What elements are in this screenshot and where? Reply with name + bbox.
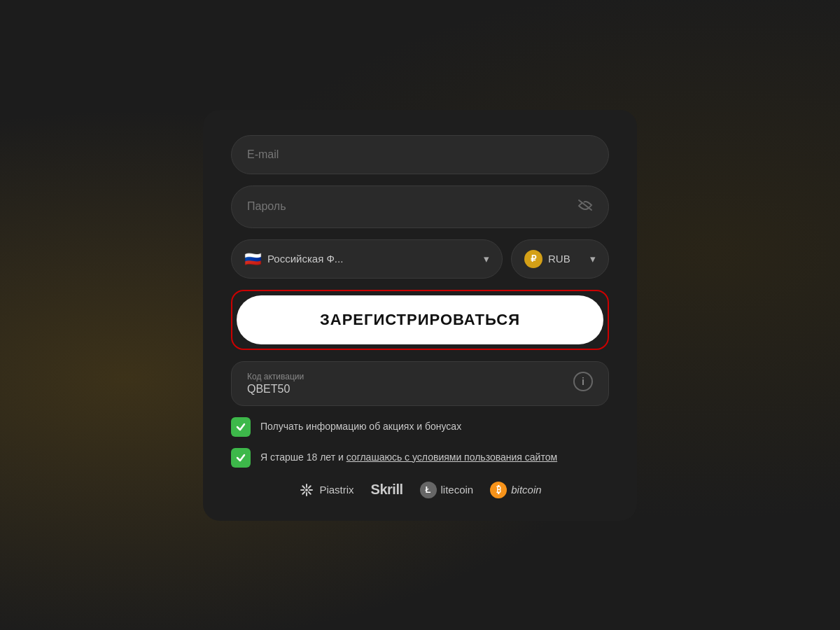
bitcoin-logo: ₿ bitcoin (490, 482, 541, 498)
activation-code-field[interactable]: Код активации QBET50 i (231, 361, 609, 406)
skrill-logo: Skrill (371, 482, 403, 498)
bitcoin-icon: ₿ (490, 482, 507, 498)
currency-label: RUB (548, 253, 570, 265)
payment-logos: Piastrix Skrill Ł litecoin ₿ bitcoin (231, 482, 609, 498)
password-input[interactable] (247, 200, 578, 213)
checkbox-age[interactable] (231, 448, 251, 468)
email-field-wrapper[interactable] (231, 135, 609, 174)
toggle-password-icon[interactable] (578, 199, 593, 215)
activation-info-icon[interactable]: i (573, 372, 593, 391)
bitcoin-text: bitcoin (511, 484, 541, 496)
activation-code-value: QBET50 (247, 383, 304, 396)
piastrix-icon (298, 482, 315, 498)
currency-select[interactable]: ₽ RUB ▾ (511, 239, 609, 279)
checkbox-promo[interactable] (231, 417, 251, 437)
country-select[interactable]: 🇷🇺 Российская Ф... ▾ (231, 239, 503, 279)
country-flag-icon: 🇷🇺 (244, 251, 262, 267)
register-button[interactable]: ЗАРЕГИСТРИРОВАТЬСЯ (237, 295, 603, 344)
skrill-text: Skrill (371, 482, 403, 498)
checkbox-promo-row: Получать информацию об акциях и бонусах (231, 417, 609, 437)
activation-code-inner: Код активации QBET50 (247, 372, 304, 396)
currency-chevron-icon: ▾ (590, 253, 596, 265)
checkbox-promo-text: Получать информацию об акциях и бонусах (260, 417, 461, 434)
piastrix-text: Piastrix (319, 484, 354, 496)
activation-code-label: Код активации (247, 372, 304, 382)
terms-link[interactable]: соглашаюсь с условиями пользования сайто… (346, 451, 557, 463)
password-field-wrapper[interactable] (231, 186, 609, 228)
email-input[interactable] (247, 148, 593, 161)
country-label: Российская Ф... (267, 253, 343, 265)
svg-point-0 (305, 489, 308, 491)
country-chevron-icon: ▾ (484, 253, 489, 265)
litecoin-icon: Ł (420, 482, 437, 498)
currency-icon: ₽ (524, 250, 542, 268)
checkbox-age-text: Я старше 18 лет и соглашаюсь с условиями… (260, 448, 557, 465)
selects-row: 🇷🇺 Российская Ф... ▾ ₽ RUB ▾ (231, 239, 609, 279)
registration-modal: 🇷🇺 Российская Ф... ▾ ₽ RUB ▾ ЗАРЕГИСТРИР… (203, 110, 637, 521)
piastrix-logo: Piastrix (298, 482, 354, 498)
litecoin-text: litecoin (441, 484, 474, 496)
register-button-wrapper: ЗАРЕГИСТРИРОВАТЬСЯ (231, 290, 609, 350)
checkbox-age-row: Я старше 18 лет и соглашаюсь с условиями… (231, 448, 609, 468)
litecoin-logo: Ł litecoin (420, 482, 474, 498)
